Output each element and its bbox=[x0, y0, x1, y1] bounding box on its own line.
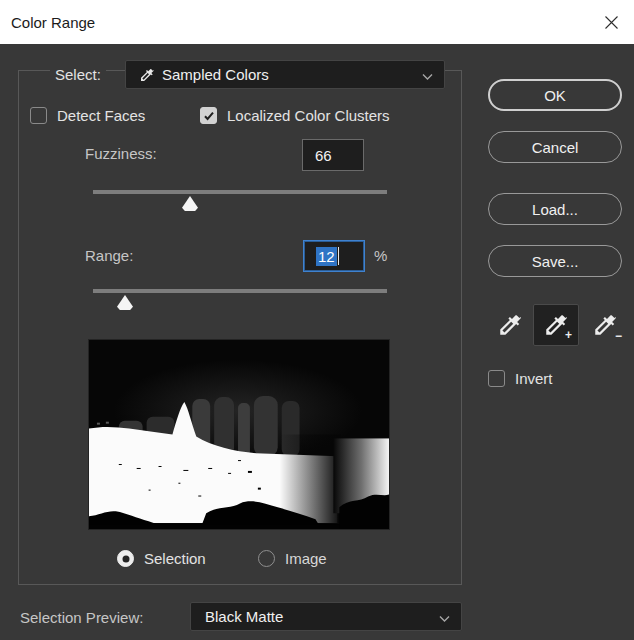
dialog-title: Color Range bbox=[11, 14, 95, 31]
invert-option: Invert bbox=[488, 370, 553, 387]
range-value: 12 bbox=[316, 247, 337, 266]
minus-badge: − bbox=[615, 330, 622, 342]
select-dropdown[interactable]: Sampled Colors bbox=[125, 60, 445, 89]
save-button[interactable]: Save... bbox=[488, 245, 622, 277]
text-caret bbox=[338, 247, 339, 265]
color-range-dialog: Color Range Select: Sampled Colors bbox=[0, 0, 634, 640]
localized-clusters-checkbox[interactable] bbox=[200, 107, 217, 124]
check-icon bbox=[203, 110, 215, 122]
image-radio-option: Image bbox=[258, 550, 327, 567]
range-label: Range: bbox=[85, 247, 133, 264]
invert-checkbox[interactable] bbox=[488, 370, 505, 387]
cancel-button[interactable]: Cancel bbox=[488, 131, 622, 163]
chevron-down-icon bbox=[439, 608, 450, 625]
plus-badge: + bbox=[565, 329, 572, 341]
close-icon[interactable] bbox=[596, 8, 626, 36]
ok-button[interactable]: OK bbox=[488, 79, 622, 111]
detect-faces-option: Detect Faces bbox=[30, 107, 145, 124]
eyedropper-sample-button[interactable] bbox=[487, 304, 533, 346]
image-radio[interactable] bbox=[258, 550, 275, 567]
selection-matte-preview[interactable] bbox=[88, 339, 390, 530]
fuzziness-label: Fuzziness: bbox=[85, 145, 157, 162]
selection-radio-option: Selection bbox=[117, 550, 206, 567]
chevron-down-icon bbox=[422, 66, 433, 83]
range-unit: % bbox=[374, 247, 387, 264]
detect-faces-label: Detect Faces bbox=[57, 107, 145, 124]
fuzziness-row: Fuzziness: bbox=[85, 145, 157, 162]
eyedropper-icon bbox=[139, 67, 155, 83]
localized-clusters-option: Localized Color Clusters bbox=[200, 107, 390, 124]
select-row: Select: bbox=[50, 66, 106, 83]
selection-preview-value: Black Matte bbox=[205, 608, 283, 625]
eyedropper-subtract-button[interactable]: − bbox=[582, 304, 628, 346]
select-label: Select: bbox=[50, 66, 106, 83]
selection-preview-label: Selection Preview: bbox=[20, 609, 143, 626]
invert-label: Invert bbox=[515, 370, 553, 387]
image-radio-label: Image bbox=[285, 550, 327, 567]
localized-clusters-label: Localized Color Clusters bbox=[227, 107, 390, 124]
selection-preview-dropdown[interactable]: Black Matte bbox=[190, 602, 462, 631]
detect-faces-checkbox[interactable] bbox=[30, 107, 47, 124]
dialog-body: Select: Sampled Colors Detect Faces bbox=[0, 44, 634, 640]
eyedropper-icon bbox=[497, 312, 523, 338]
fuzziness-slider-track[interactable] bbox=[93, 190, 387, 194]
titlebar: Color Range bbox=[0, 0, 634, 44]
selection-radio-label: Selection bbox=[144, 550, 206, 567]
load-button[interactable]: Load... bbox=[488, 193, 622, 225]
selection-preview-row: Selection Preview: bbox=[20, 609, 143, 626]
eyedropper-add-button[interactable]: + bbox=[533, 304, 579, 346]
range-slider-track[interactable] bbox=[93, 289, 387, 293]
select-dropdown-value: Sampled Colors bbox=[162, 66, 269, 83]
range-input[interactable]: 12 bbox=[303, 240, 365, 272]
fuzziness-value: 66 bbox=[315, 147, 332, 164]
selection-radio[interactable] bbox=[117, 550, 134, 567]
fuzziness-input[interactable]: 66 bbox=[302, 139, 364, 171]
range-row: Range: bbox=[85, 247, 133, 264]
